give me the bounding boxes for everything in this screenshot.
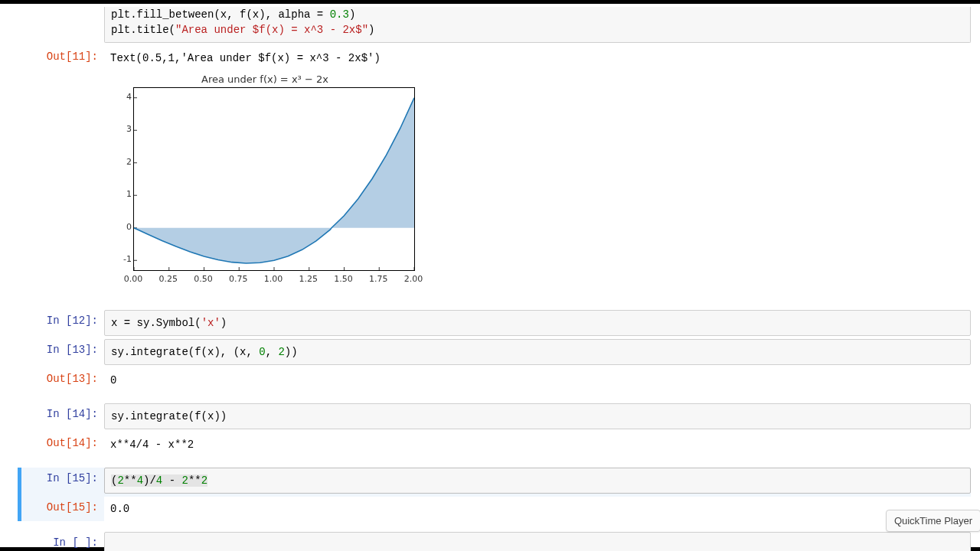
chart-title: Area under f(x) = x³ − 2x xyxy=(104,73,426,85)
output-text-11: Text(0.5,1,'Area under $f(x) = x^3 - 2x$… xyxy=(104,46,971,70)
code-cell-15[interactable]: In [15]: (2**4)/4 - 2**2 xyxy=(21,468,971,494)
plot-svg xyxy=(134,88,414,270)
out-prompt-11: Out[11]: xyxy=(21,46,104,70)
code-cell-14[interactable]: In [14]: sy.integrate(f(x)) xyxy=(21,403,971,429)
chart-xtick-label: 0.50 xyxy=(192,274,215,284)
code-body-13[interactable]: sy.integrate(f(x), (x, 0, 2)) xyxy=(104,339,971,365)
chart-xtick-label: 2.00 xyxy=(402,274,425,284)
plot-axes xyxy=(133,87,415,271)
in-prompt-14: In [14]: xyxy=(21,403,104,429)
chart-xtick-label: 0.00 xyxy=(122,274,145,284)
chart-ytick-label: 4 xyxy=(110,92,132,102)
output-text-13: 0 xyxy=(104,368,971,393)
output-cell-13: Out[13]: 0 xyxy=(21,368,971,393)
output-text-14: x**4/4 - x**2 xyxy=(104,432,971,457)
code-cell-12[interactable]: In [12]: x = sy.Symbol('x') xyxy=(21,310,971,336)
in-prompt-13: In [13]: xyxy=(21,339,104,365)
code-body-14[interactable]: sy.integrate(f(x)) xyxy=(104,403,971,429)
code-body-15[interactable]: (2**4)/4 - 2**2 xyxy=(104,468,971,494)
in-prompt-15: In [15]: xyxy=(21,468,104,494)
chart-ytick-label: -1 xyxy=(110,254,132,264)
output-cell-15: Out[15]: 0.0 xyxy=(21,497,971,521)
chart-xtick-label: 0.75 xyxy=(227,274,250,284)
out-prompt-13: Out[13]: xyxy=(21,368,104,393)
app-window: plt.fill_between(x, f(x), alpha = 0.3) p… xyxy=(0,4,980,547)
matplotlib-figure: Area under f(x) = x³ − 2x 0.000.250.500.… xyxy=(104,73,426,299)
in-prompt-12: In [12]: xyxy=(21,310,104,336)
output-cell-14: Out[14]: x**4/4 - x**2 xyxy=(21,432,971,457)
chart-xtick-label: 0.25 xyxy=(157,274,180,284)
code-body-empty[interactable] xyxy=(104,532,971,551)
selected-cell-15[interactable]: In [15]: (2**4)/4 - 2**2 Out[15]: 0.0 xyxy=(18,468,971,521)
code-cell-13[interactable]: In [13]: sy.integrate(f(x), (x, 0, 2)) xyxy=(21,339,971,365)
code-cell-11[interactable]: plt.fill_between(x, f(x), alpha = 0.3) p… xyxy=(21,7,971,43)
code-body-11[interactable]: plt.fill_between(x, f(x), alpha = 0.3) p… xyxy=(104,7,971,43)
chart-xtick-label: 1.50 xyxy=(332,274,355,284)
chart-xtick-label: 1.00 xyxy=(262,274,285,284)
quicktime-badge[interactable]: QuickTime Player xyxy=(886,510,980,532)
code-cell-empty[interactable]: In [ ]: xyxy=(21,532,971,551)
chart-xtick-label: 1.75 xyxy=(367,274,390,284)
chart-ytick-label: 3 xyxy=(110,124,132,134)
in-prompt-11 xyxy=(21,7,104,43)
output-cell-11: Out[11]: Text(0.5,1,'Area under $f(x) = … xyxy=(21,46,971,70)
notebook-viewport[interactable]: plt.fill_between(x, f(x), alpha = 0.3) p… xyxy=(21,4,971,547)
out-prompt-14: Out[14]: xyxy=(21,432,104,457)
code-body-12[interactable]: x = sy.Symbol('x') xyxy=(104,310,971,336)
out-prompt-15: Out[15]: xyxy=(21,497,104,521)
chart-ytick-label: 2 xyxy=(110,157,132,167)
chart-xtick-label: 1.25 xyxy=(297,274,320,284)
output-text-15: 0.0 xyxy=(104,497,971,521)
in-prompt-empty: In [ ]: xyxy=(21,532,104,551)
chart-ytick-label: 0 xyxy=(110,222,132,232)
chart-ytick-label: 1 xyxy=(110,189,132,199)
